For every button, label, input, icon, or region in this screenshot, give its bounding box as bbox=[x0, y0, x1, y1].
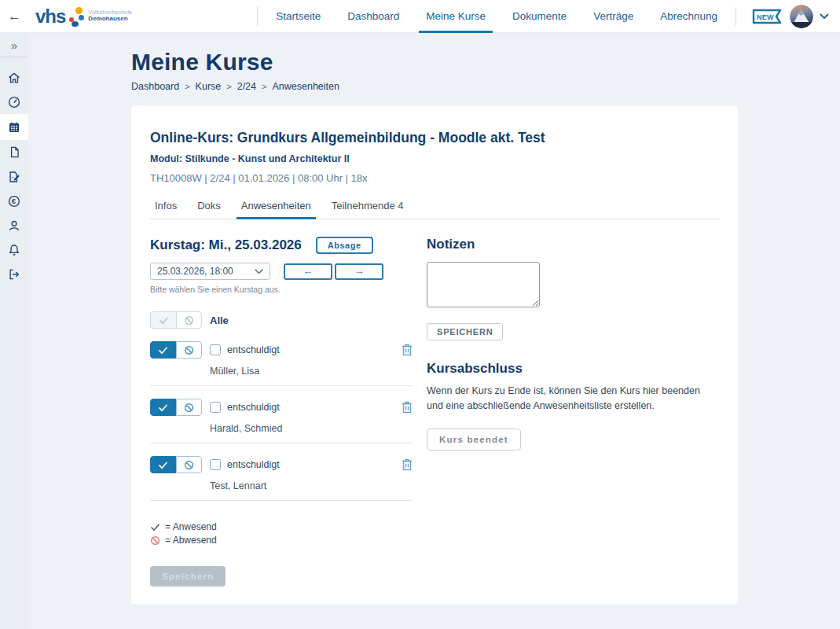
sidebar-item-notifications[interactable] bbox=[0, 237, 28, 262]
check-icon bbox=[158, 403, 168, 412]
nav-item-dashboard[interactable]: Dashboard bbox=[334, 0, 413, 33]
avatar-image bbox=[790, 5, 813, 28]
sidebar-item-courses[interactable] bbox=[0, 114, 28, 140]
all-absent-toggle[interactable] bbox=[176, 311, 202, 329]
check-icon bbox=[150, 523, 160, 532]
new-badge[interactable]: NEW bbox=[752, 9, 782, 24]
tab-anwesenheiten[interactable]: Anwesenheiten bbox=[237, 200, 316, 219]
sidebar-item-dashboard[interactable] bbox=[0, 90, 28, 114]
completion-title: Kursabschluss bbox=[427, 361, 719, 377]
chevron-down-icon bbox=[255, 269, 263, 274]
check-icon bbox=[158, 346, 168, 355]
all-present-toggle[interactable] bbox=[150, 311, 176, 329]
svg-text:€: € bbox=[12, 197, 17, 205]
trash-icon bbox=[402, 458, 413, 471]
attendee-name: Harald, Schmied bbox=[210, 423, 413, 434]
attendee-row: entschuldigt Harald, Schmied bbox=[150, 399, 413, 443]
kurs-beendet-button[interactable]: Kurs beendet bbox=[427, 429, 521, 451]
present-toggle[interactable] bbox=[150, 456, 176, 473]
tab-infos[interactable]: Infos bbox=[150, 200, 182, 219]
notes-title: Notizen bbox=[427, 237, 719, 252]
user-menu[interactable] bbox=[790, 5, 829, 28]
breadcrumb-course-number[interactable]: 2/24 bbox=[237, 81, 256, 92]
course-tabs: Infos Doks Anwesenheiten Teilnehmende 4 bbox=[150, 200, 719, 219]
delete-attendee-button[interactable] bbox=[402, 401, 413, 414]
attendance-toggle bbox=[150, 399, 202, 416]
double-chevron-right-icon: » bbox=[11, 39, 17, 52]
top-navbar: ← vhs Volkshochschule Demohausen Startse… bbox=[0, 0, 840, 33]
divider bbox=[0, 57, 28, 57]
breadcrumb-dashboard[interactable]: Dashboard bbox=[131, 81, 179, 92]
main-content: Meine Kurse Dashboard > Kurse > 2/24 > A… bbox=[28, 33, 840, 629]
trash-icon bbox=[402, 401, 413, 414]
block-icon bbox=[184, 345, 194, 355]
present-toggle[interactable] bbox=[150, 341, 176, 359]
excused-checkbox[interactable] bbox=[210, 344, 221, 355]
attendance-toggle bbox=[150, 456, 202, 473]
excused-checkbox[interactable] bbox=[210, 459, 221, 470]
nav-item-abrechnung[interactable]: Abrechnung bbox=[647, 0, 731, 33]
block-icon bbox=[150, 535, 160, 546]
block-icon bbox=[184, 460, 194, 470]
icon-sidebar: » bbox=[0, 33, 28, 629]
divider bbox=[150, 443, 413, 443]
nav-item-meine-kurse[interactable]: Meine Kurse bbox=[413, 0, 499, 33]
legend-present-text: = Anwesend bbox=[165, 521, 217, 532]
course-day-select-value: 25.03.2026, 18:00 bbox=[157, 266, 233, 277]
sidebar-item-profile[interactable] bbox=[0, 213, 28, 237]
sidebar-item-billing[interactable]: € bbox=[0, 189, 28, 213]
notes-save-button[interactable]: SPEICHERN bbox=[427, 323, 503, 340]
sidebar-item-documents[interactable] bbox=[0, 140, 28, 164]
calendar-icon bbox=[7, 120, 21, 134]
next-day-button[interactable]: → bbox=[335, 263, 383, 280]
course-card: Online-Kurs: Grundkurs Allgemeinbildung … bbox=[131, 106, 738, 604]
course-day-select[interactable]: 25.03.2026, 18:00 bbox=[150, 263, 270, 280]
sidebar-item-contracts[interactable] bbox=[0, 164, 28, 189]
attendance-save-button[interactable]: Speichern bbox=[150, 566, 226, 587]
sidebar-item-home[interactable] bbox=[0, 65, 28, 90]
legend-absent-text: = Abwesend bbox=[165, 535, 217, 546]
present-toggle[interactable] bbox=[150, 399, 176, 416]
course-module: Modul: Stilkunde - Kunst und Architektur… bbox=[150, 153, 719, 164]
prev-day-button[interactable]: ← bbox=[284, 263, 332, 280]
sidebar-expand-button[interactable]: » bbox=[0, 33, 28, 57]
breadcrumb-anwesenheiten: Anwesenheiten bbox=[272, 81, 339, 92]
logout-icon bbox=[7, 267, 21, 281]
avatar[interactable] bbox=[790, 5, 813, 28]
sidebar-item-logout[interactable] bbox=[0, 262, 28, 286]
all-label: Alle bbox=[210, 314, 229, 326]
notes-textarea[interactable] bbox=[427, 262, 540, 307]
delete-attendee-button[interactable] bbox=[402, 344, 413, 356]
logo-org-text: Volkshochschule Demohausen bbox=[88, 9, 132, 23]
logo-dots-icon bbox=[67, 6, 84, 27]
breadcrumb-separator: > bbox=[226, 82, 231, 91]
home-icon bbox=[7, 71, 21, 85]
divider bbox=[257, 7, 258, 26]
vhs-logo[interactable]: vhs Volkshochschule Demohausen bbox=[35, 6, 132, 28]
tab-doks[interactable]: Doks bbox=[193, 200, 226, 219]
nav-item-dokumente[interactable]: Dokumente bbox=[499, 0, 580, 33]
document-edit-icon bbox=[7, 170, 21, 184]
course-day-heading: Kurstag: Mi., 25.03.2026 bbox=[150, 237, 302, 253]
legend-present: = Anwesend bbox=[150, 521, 413, 532]
absage-button[interactable]: Absage bbox=[316, 237, 373, 254]
back-arrow-icon[interactable]: ← bbox=[8, 9, 21, 24]
excused-label: entschuldigt bbox=[227, 402, 280, 413]
excused-label: entschuldigt bbox=[227, 344, 280, 355]
absent-toggle[interactable] bbox=[176, 399, 202, 416]
completion-text: Wenn der Kurs zu Ende ist, können Sie de… bbox=[427, 384, 719, 414]
attendance-legend: = Anwesend = Abwesend bbox=[150, 521, 413, 546]
attendee-row: entschuldigt Test, Lennart bbox=[150, 456, 413, 501]
legend-absent: = Abwesend bbox=[150, 535, 413, 546]
nav-item-vertraege[interactable]: Verträge bbox=[580, 0, 647, 33]
breadcrumb-kurse[interactable]: Kurse bbox=[196, 81, 222, 92]
absent-toggle[interactable] bbox=[176, 456, 202, 473]
course-day-helper-text: Bitte wählen Sie einen Kurstag aus. bbox=[150, 285, 413, 294]
excused-checkbox[interactable] bbox=[210, 402, 221, 413]
logo-brand-text: vhs bbox=[35, 6, 65, 28]
delete-attendee-button[interactable] bbox=[402, 458, 413, 471]
absent-toggle[interactable] bbox=[176, 341, 202, 359]
tab-teilnehmende[interactable]: Teilnehmende 4 bbox=[327, 200, 409, 219]
nav-item-startseite[interactable]: Startseite bbox=[262, 0, 334, 33]
chevron-down-icon[interactable] bbox=[820, 13, 829, 20]
